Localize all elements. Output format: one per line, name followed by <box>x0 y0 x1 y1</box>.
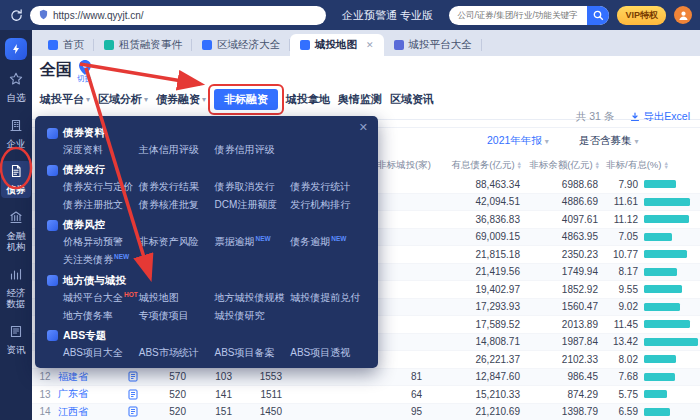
nav-tab-债券融资[interactable]: 债券融资▾ <box>156 92 206 107</box>
ratio-bar <box>644 320 690 328</box>
location-pin-icon <box>79 60 91 75</box>
col-header-nonstd-count[interactable]: 非标城投(家) <box>378 159 430 172</box>
cell-ratio: 7.90 <box>604 179 700 190</box>
menu-item-专项债项目[interactable]: 专项债项目 <box>139 309 215 323</box>
tab-区域经济大全[interactable]: 区域经济大全 <box>192 34 290 56</box>
tab-租赁融资事件[interactable]: 租赁融资事件 <box>94 34 192 56</box>
address-bar[interactable]: https://www.qyyjt.cn/ <box>30 6 326 25</box>
nav-tab-label: 城投平台 <box>40 92 84 107</box>
menu-item-债券信用评级[interactable]: 债券信用评级 <box>215 143 291 157</box>
caret-down-icon: ▾ <box>634 137 638 146</box>
search-icon[interactable] <box>587 6 609 25</box>
tab-城投地图[interactable]: 城投地图✕ <box>290 34 384 56</box>
sort-icon[interactable]: ▲▼ <box>595 161 600 170</box>
menu-item-深度资料[interactable]: 深度资料 <box>63 143 139 157</box>
sort-icon[interactable]: ▲▼ <box>663 161 668 170</box>
menu-item-地方债务率[interactable]: 地方债务率 <box>63 309 139 323</box>
col-header-debt[interactable]: 有息债务(亿元) ▲▼ <box>430 159 526 172</box>
cell-bond-count: 1511 <box>240 389 290 400</box>
menu-section-header: 债券风控 <box>47 218 366 232</box>
menu-item-ABS市场统计[interactable]: ABS市场统计 <box>139 346 215 360</box>
menu-item-ABS项目备案[interactable]: ABS项目备案 <box>215 346 291 360</box>
sidebar-item-经济数据[interactable]: 经济数据 <box>1 264 31 312</box>
menu-item-城投平台大全[interactable]: 城投平台大全HOT <box>63 291 139 305</box>
fundraise-filter[interactable]: 是否含募集 ▾ <box>579 134 639 148</box>
close-icon[interactable]: ✕ <box>359 121 368 134</box>
sidebar-item-资讯[interactable]: 资讯 <box>1 321 31 358</box>
app-logo[interactable] <box>5 38 27 60</box>
tab-strip: 首页租赁融资事件区域经济大全城投地图✕城投平台大全 <box>32 30 700 56</box>
menu-item-主体信用评级[interactable]: 主体信用评级 <box>139 143 215 157</box>
url-text: https://www.qyyjt.cn/ <box>53 10 144 21</box>
user-avatar[interactable] <box>674 6 692 24</box>
sidebar-item-label: 债券 <box>6 184 27 195</box>
sidebar-item-金融机构[interactable]: 金融机构 <box>1 207 31 255</box>
menu-item-债券取消发行[interactable]: 债券取消发行 <box>215 180 291 194</box>
region-link[interactable]: 江西省 <box>58 405 118 419</box>
region-header: 全国 切换 <box>32 56 700 82</box>
tab-close-icon[interactable]: ✕ <box>366 40 374 50</box>
nav-tab-区域分析[interactable]: 区域分析▾ <box>98 92 148 107</box>
report-icon[interactable] <box>118 406 148 417</box>
cell-ratio: 11.61 <box>604 196 700 207</box>
cell-nonstd: 4886.69 <box>526 196 604 207</box>
tab-首页[interactable]: 首页 <box>38 34 94 56</box>
menu-item-债券发行与定价[interactable]: 债券发行与定价 <box>63 180 139 194</box>
caret-down-icon: ▾ <box>545 137 549 146</box>
region-link[interactable]: 广东省 <box>58 387 118 401</box>
year-filter[interactable]: 2021年年报 ▾ <box>487 134 549 148</box>
menu-item-DCM注册额度[interactable]: DCM注册额度 <box>215 198 291 212</box>
ratio-value: 5.75 <box>604 389 638 400</box>
nav-tab-区域资讯[interactable]: 区域资讯 <box>390 92 434 107</box>
menu-item-城投债研究[interactable]: 城投债研究 <box>215 309 291 323</box>
menu-item-债券发行结果[interactable]: 债券发行结果 <box>139 180 215 194</box>
col-header-nonstd[interactable]: 非标余额(亿元) ▲▼ <box>526 159 604 172</box>
menu-item-关注类债券[interactable]: 关注类债券NEW <box>63 253 139 267</box>
menu-item-价格异动预警[interactable]: 价格异动预警 <box>63 235 139 249</box>
cell-ratio: 7.05 <box>604 231 700 242</box>
cell-debt: 42,094.51 <box>430 196 526 207</box>
switch-region-label[interactable]: 切换 <box>77 75 92 83</box>
tab-城投平台大全[interactable]: 城投平台大全 <box>384 34 482 56</box>
menu-item-债务逾期[interactable]: 债务逾期NEW <box>290 235 366 249</box>
menu-item-发行机构排行[interactable]: 发行机构排行 <box>290 198 366 212</box>
report-icon[interactable] <box>118 389 148 400</box>
sort-icon[interactable]: ▲▼ <box>517 161 522 170</box>
menu-item-ABS项目透视[interactable]: ABS项目透视 <box>290 346 366 360</box>
menu-item-城投债提前兑付[interactable]: 城投债提前兑付 <box>290 291 366 305</box>
tab-icon <box>300 40 310 50</box>
menu-item-非标资产风险[interactable]: 非标资产风险 <box>139 235 215 249</box>
sidebar-item-自选[interactable]: 自选 <box>1 69 31 106</box>
tab-label: 区域经济大全 <box>217 38 280 52</box>
tab-label: 城投地图 <box>315 38 357 52</box>
menu-item-债券核准批复[interactable]: 债券核准批复 <box>139 198 215 212</box>
cell-debt: 17,589.52 <box>430 319 526 330</box>
sidebar-item-企业[interactable]: 企业 <box>1 115 31 152</box>
cell-debt: 14,808.71 <box>430 336 526 347</box>
nav-tab-舆情监测[interactable]: 舆情监测 <box>338 92 382 107</box>
col-header-ratio[interactable]: 非标/有息(%) ▲▼ <box>604 159 700 172</box>
menu-item-票据逾期[interactable]: 票据逾期NEW <box>215 235 291 249</box>
search-input[interactable] <box>457 10 587 20</box>
menu-item-城投地图[interactable]: 城投地图 <box>139 291 215 305</box>
export-excel-button[interactable]: 导出Excel <box>630 110 690 124</box>
download-icon <box>630 112 640 122</box>
region-switcher[interactable]: 切换 <box>77 60 92 83</box>
sidebar-item-债券[interactable]: 债券 <box>1 161 31 198</box>
nav-tab-城投平台[interactable]: 城投平台▾ <box>40 92 90 107</box>
menu-item-ABS项目大全[interactable]: ABS项目大全 <box>63 346 139 360</box>
vip-badge[interactable]: VIP特权 <box>617 6 666 25</box>
nav-tab-城投拿地[interactable]: 城投拿地 <box>286 92 330 107</box>
menu-item-债券发行统计[interactable]: 债券发行统计 <box>290 180 366 194</box>
cell-nonstd-count: 81 <box>378 371 430 382</box>
menu-item-债券注册批文[interactable]: 债券注册批文 <box>63 198 139 212</box>
cell-nonstd: 986.45 <box>526 371 604 382</box>
ratio-bar <box>644 408 670 416</box>
tab-icon <box>104 40 114 50</box>
region-link[interactable]: 福建省 <box>58 370 118 384</box>
refresh-icon[interactable] <box>8 9 24 22</box>
menu-item-地方城投债规模[interactable]: 地方城投债规模 <box>215 291 291 305</box>
ratio-value: 13.42 <box>604 336 638 347</box>
report-icon[interactable] <box>118 371 148 382</box>
global-search-box[interactable] <box>449 6 609 25</box>
